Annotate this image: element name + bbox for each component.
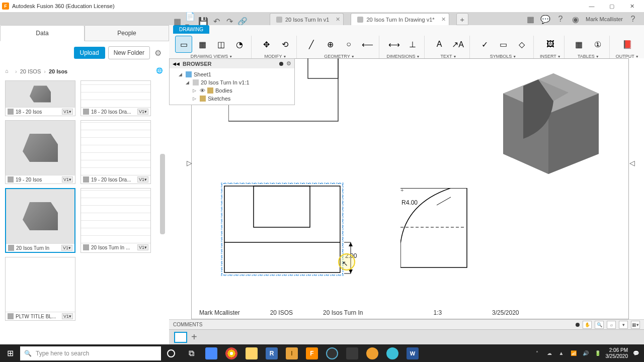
text-icon[interactable]: A — [431, 36, 448, 53]
section-view-icon[interactable]: ◫ — [212, 36, 229, 53]
balloon-icon[interactable]: ① — [589, 36, 606, 53]
thumb-item[interactable]: PLTW TITLE BL...V1▾ — [5, 257, 75, 321]
tree-root[interactable]: ◢20 Isos Turn In v1:1 — [172, 78, 292, 86]
save-icon[interactable]: 💾 — [198, 16, 208, 26]
help2-icon[interactable]: ? — [628, 14, 638, 24]
close-tab-icon[interactable]: ✕ — [441, 16, 446, 23]
thumb-item[interactable]: 19 - 20 Isos Dra...V1▾ — [80, 120, 151, 184]
tree-sketches[interactable]: ▷Sketches — [172, 95, 292, 103]
app-explorer[interactable] — [242, 344, 262, 362]
header-username[interactable]: Mark Mcallister — [586, 16, 623, 22]
app-edge[interactable] — [382, 344, 403, 362]
tray-up-icon[interactable]: ˄ — [533, 349, 541, 357]
version-dropdown[interactable]: V1▾ — [137, 244, 148, 250]
close-tab-icon[interactable]: ✕ — [336, 16, 340, 23]
tray-onedrive-icon[interactable]: ☁ — [545, 349, 553, 357]
pdf-icon[interactable]: 📕 — [619, 36, 636, 53]
prev-sheet-icon[interactable]: ▷ — [187, 159, 192, 167]
minimize-button[interactable]: — — [582, 0, 602, 12]
cortana-icon[interactable] — [161, 344, 181, 362]
next-sheet-icon[interactable]: ◁ — [629, 159, 635, 167]
extensions-icon[interactable]: ▦ — [525, 14, 535, 24]
ribbon-tab-drawing[interactable]: DRAWING — [173, 25, 209, 34]
version-dropdown[interactable]: V1▾ — [137, 109, 148, 115]
upload-button[interactable]: Upload — [74, 47, 105, 59]
app-zoom[interactable] — [201, 344, 221, 362]
rotate-icon[interactable]: ⟲ — [276, 36, 293, 53]
tab-data[interactable]: Data — [0, 25, 85, 41]
pan-icon[interactable]: ✋ — [583, 321, 592, 329]
comments-label[interactable]: COMMENTS — [173, 322, 202, 327]
expand-icon[interactable]: ▷ — [193, 88, 198, 93]
undo-icon[interactable]: ↶ — [211, 16, 221, 26]
tab-model[interactable]: 20 Isos Turn In v1 ✕ — [270, 13, 344, 25]
tree-sheet[interactable]: ◢Sheet1 — [172, 70, 292, 78]
browser-settings-icon[interactable]: ⚙ — [286, 60, 291, 67]
ordinate-icon[interactable]: ⊥ — [404, 36, 421, 53]
thumb-item[interactable]: 18 - 20 Isos Dra...V1▾ — [80, 80, 151, 116]
zoom-window-icon[interactable]: ⌕ — [607, 321, 616, 329]
expand-icon[interactable]: ◢ — [186, 80, 191, 85]
tray-volume-icon[interactable]: 🔊 — [582, 349, 590, 357]
start-button[interactable]: ⊞ — [0, 344, 20, 362]
datum-icon[interactable]: ◇ — [513, 36, 530, 53]
centerline-icon[interactable]: ╱ — [303, 36, 320, 53]
version-dropdown[interactable]: V1▾ — [61, 245, 72, 251]
search-box[interactable]: 🔍 Type here to search — [20, 346, 161, 360]
collapse-browser-icon[interactable]: ◀◀ — [173, 61, 180, 66]
dimension-icon[interactable]: ⟷ — [385, 36, 403, 53]
visibility-icon[interactable]: 👁 — [200, 87, 205, 94]
version-dropdown[interactable]: V1▾ — [62, 176, 73, 183]
notifications-icon[interactable]: 💬 — [540, 14, 550, 24]
close-button[interactable]: ✕ — [622, 0, 642, 12]
clock[interactable]: 2:06 PM 3/25/2020 — [606, 347, 628, 359]
app-circle[interactable] — [322, 344, 342, 362]
profile-icon[interactable]: ◉ — [571, 14, 581, 24]
fit-icon[interactable]: ▾ — [619, 321, 628, 329]
tab-drawing[interactable]: 20 Isos Turn In Drawing v1* ✕ — [351, 13, 449, 25]
projected-view-icon[interactable]: ▦ — [194, 36, 211, 53]
app-inventor[interactable]: I — [282, 344, 302, 362]
app-fusion[interactable]: F — [302, 344, 322, 362]
app-revit[interactable]: R — [262, 344, 282, 362]
redo-icon[interactable]: ↷ — [224, 16, 234, 26]
version-dropdown[interactable]: V1▾ — [137, 176, 148, 183]
web-icon[interactable]: 🌐 — [156, 67, 164, 75]
panel-settings-icon[interactable]: ⚙ — [153, 48, 163, 58]
tray-wifi-icon[interactable]: 📶 — [570, 349, 578, 357]
move-icon[interactable]: ✥ — [258, 36, 275, 53]
thumb-item[interactable]: 19 - 20 IsosV1▾ — [5, 120, 75, 184]
zoom-icon[interactable]: 🔍 — [595, 321, 604, 329]
browser-dot-icon[interactable] — [279, 62, 283, 66]
app-orange[interactable] — [362, 344, 382, 362]
front-view-selected[interactable] — [222, 184, 342, 275]
notifications-icon[interactable]: 💬 — [632, 349, 640, 357]
detail-view-icon[interactable]: ◔ — [231, 36, 248, 53]
isometric-view[interactable] — [473, 58, 614, 184]
maximize-button[interactable]: ▢ — [602, 0, 622, 12]
tab-people[interactable]: People — [85, 25, 169, 41]
display-icon[interactable]: ▦▾ — [631, 321, 640, 329]
image-icon[interactable]: 🖼 — [542, 36, 559, 53]
home-icon[interactable]: ⌂ — [5, 68, 12, 75]
new-folder-button[interactable]: New Folder — [108, 46, 150, 59]
leader-icon[interactable]: ↗A — [449, 36, 466, 53]
version-dropdown[interactable]: V1▾ — [62, 313, 73, 319]
app-chrome[interactable] — [221, 344, 242, 362]
thumb-item-selected[interactable]: 20 Isos Turn InV1▾ — [5, 188, 75, 253]
base-view-icon[interactable]: ▭ — [175, 36, 192, 53]
link-icon[interactable]: 🔗 — [237, 16, 248, 26]
tree-bodies[interactable]: ▷👁Bodies — [172, 86, 292, 95]
comments-dot-icon[interactable] — [576, 323, 580, 327]
version-dropdown[interactable]: V1▾ — [62, 109, 73, 115]
new-tab-button[interactable]: + — [456, 13, 468, 25]
expand-icon[interactable]: ◢ — [179, 72, 184, 77]
tray-battery-icon[interactable]: 🔋 — [594, 349, 602, 357]
edge-ext-icon[interactable]: ⟵ — [359, 36, 376, 53]
centermark-icon[interactable]: ⊕ — [321, 36, 339, 53]
tray-security-icon[interactable]: ▲ — [557, 349, 566, 357]
add-sheet-button[interactable]: + — [191, 331, 197, 343]
table-icon[interactable]: ▦ — [571, 36, 588, 53]
app-word[interactable]: W — [403, 344, 423, 362]
circle-icon[interactable]: ○ — [340, 36, 357, 53]
